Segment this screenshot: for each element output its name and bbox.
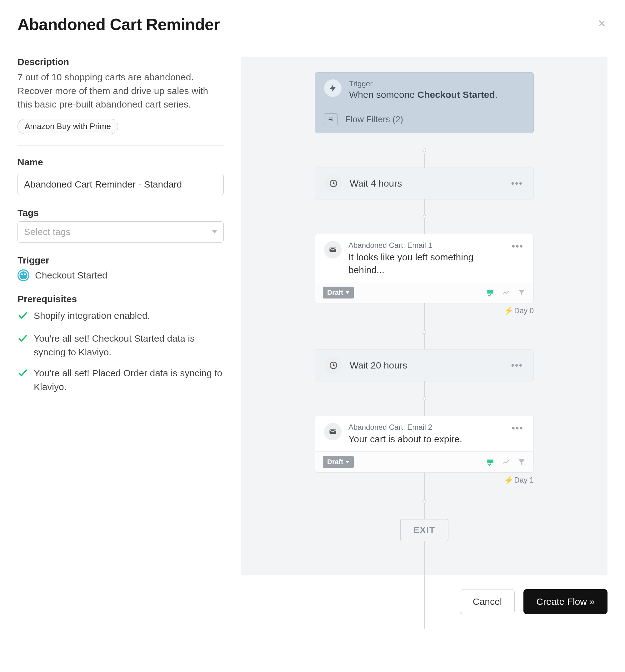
trigger-card-label: Trigger <box>349 79 498 88</box>
more-menu-icon[interactable]: ••• <box>510 360 524 371</box>
email-card[interactable]: Abandoned Cart: Email 1 It looks like yo… <box>315 234 534 303</box>
name-input[interactable] <box>18 174 224 195</box>
prerequisite-text: You're all set! Placed Order data is syn… <box>34 366 224 393</box>
connector-dot-icon <box>423 148 426 152</box>
connector-dot-icon <box>423 500 426 504</box>
tags-label: Tags <box>18 208 224 218</box>
prerequisite-text: Shopify integration enabled. <box>34 309 150 322</box>
bolt-icon <box>324 79 341 97</box>
more-menu-icon[interactable]: ••• <box>510 241 525 251</box>
prerequisites-label: Prerequisites <box>18 294 224 305</box>
svg-point-2 <box>24 274 25 275</box>
check-icon <box>18 367 28 382</box>
trigger-row: Checkout Started <box>18 269 224 281</box>
email-card[interactable]: Abandoned Cart: Email 2 Your cart is abo… <box>315 416 534 473</box>
svg-point-1 <box>22 274 23 275</box>
details-panel: Description 7 out of 10 shopping carts a… <box>18 56 224 401</box>
close-icon[interactable]: × <box>596 15 607 32</box>
wait-card[interactable]: Wait 20 hours ••• <box>315 350 534 381</box>
clock-icon <box>325 357 342 374</box>
wait-text: Wait 4 hours <box>350 178 402 189</box>
check-icon <box>18 333 28 347</box>
funnel-icon[interactable] <box>517 458 526 466</box>
wait-text: Wait 20 hours <box>350 360 407 371</box>
wait-card[interactable]: Wait 4 hours ••• <box>315 168 534 199</box>
analytics-icon[interactable] <box>502 288 510 297</box>
create-flow-button[interactable]: Create Flow » <box>524 589 607 614</box>
trigger-card-text: When someone Checkout Started. <box>349 89 498 100</box>
email-card-title: Abandoned Cart: Email 1 <box>348 241 503 250</box>
name-label: Name <box>18 157 224 168</box>
connector-dot-icon <box>423 330 426 334</box>
prerequisite-item: You're all set! Placed Order data is syn… <box>18 366 224 393</box>
description-text: 7 out of 10 shopping carts are abandoned… <box>18 70 224 111</box>
check-icon <box>18 310 28 325</box>
tags-placeholder: Select tags <box>24 226 70 237</box>
divider <box>18 45 607 45</box>
modal-footer: Cancel Create Flow » <box>18 589 607 614</box>
trigger-avatar-icon <box>18 269 29 281</box>
smart-send-icon[interactable] <box>486 458 495 466</box>
description-label: Description <box>18 56 224 67</box>
more-menu-icon[interactable]: ••• <box>510 423 525 433</box>
cancel-button[interactable]: Cancel <box>460 589 515 614</box>
divider <box>18 145 224 146</box>
day-marker: ⚡Day 0 <box>315 306 534 315</box>
prerequisites-list: Shopify integration enabled. You're all … <box>18 309 224 394</box>
tags-select[interactable]: Select tags <box>18 221 224 243</box>
prerequisite-item: Shopify integration enabled. <box>18 309 224 325</box>
day-marker: ⚡Day 1 <box>315 476 534 484</box>
email-subject: Your cart is about to expire. <box>348 433 503 446</box>
svg-point-0 <box>19 271 28 280</box>
prerequisite-text: You're all set! Checkout Started data is… <box>34 332 224 359</box>
analytics-icon[interactable] <box>502 458 510 466</box>
flow-canvas: Trigger When someone Checkout Started. F… <box>241 56 607 575</box>
mail-icon <box>324 241 341 259</box>
clock-icon <box>325 175 342 192</box>
trigger-card[interactable]: Trigger When someone Checkout Started. F… <box>315 72 534 133</box>
draft-status-badge[interactable]: Draft <box>323 456 354 468</box>
connector-dot-icon <box>423 397 426 400</box>
mail-icon <box>324 423 341 440</box>
filter-icon <box>324 114 338 125</box>
flow-filters-label: Flow Filters (2) <box>345 114 403 124</box>
exit-node: EXIT <box>400 519 449 541</box>
connector-dot-icon <box>423 215 426 218</box>
funnel-icon[interactable] <box>517 288 526 297</box>
email-card-title: Abandoned Cart: Email 2 <box>348 423 503 432</box>
modal-title: Abandoned Cart Reminder <box>18 15 220 34</box>
integration-pill: Amazon Buy with Prime <box>18 119 118 134</box>
more-menu-icon[interactable]: ••• <box>510 178 524 189</box>
email-subject: It looks like you left something behind.… <box>348 251 503 276</box>
prerequisite-item: You're all set! Checkout Started data is… <box>18 332 224 359</box>
flow-template-modal: Abandoned Cart Reminder × Description 7 … <box>0 0 625 632</box>
trigger-label: Trigger <box>18 255 224 266</box>
draft-status-badge[interactable]: Draft <box>323 287 354 298</box>
chevron-down-icon <box>212 230 217 234</box>
smart-send-icon[interactable] <box>486 288 495 297</box>
trigger-name: Checkout Started <box>35 270 107 281</box>
